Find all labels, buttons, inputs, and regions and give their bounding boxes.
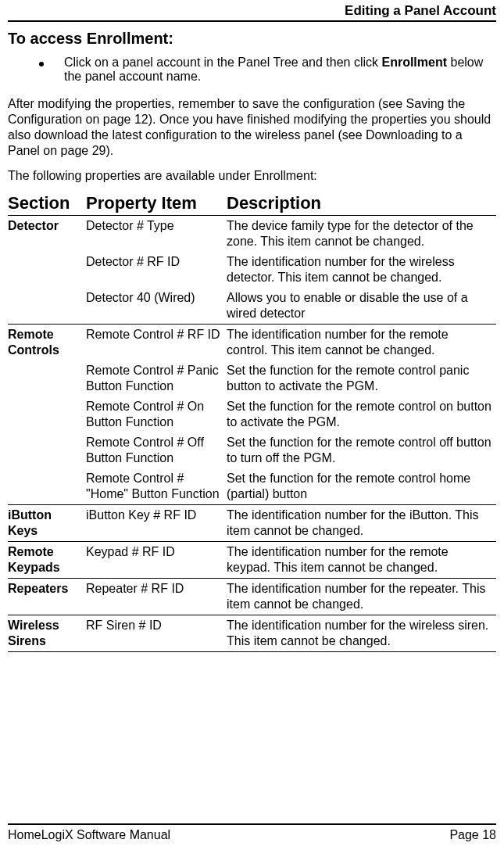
cell-property: Remote Control # Panic Button Function xyxy=(86,360,227,396)
bullet-text: Click on a panel account in the Panel Tr… xyxy=(64,56,496,84)
cell-section xyxy=(8,468,86,505)
cell-desc: The identification number for the wirele… xyxy=(227,615,496,652)
table-row: Remote Controls Remote Control # RF ID T… xyxy=(8,325,496,361)
th-description: Description xyxy=(227,192,496,216)
table-row: Wireless Sirens RF Siren # ID The identi… xyxy=(8,615,496,652)
bullet-icon xyxy=(39,62,44,66)
cell-section: iButton Keys xyxy=(8,505,86,542)
page-header-title: Editing a Panel Account xyxy=(8,3,496,22)
table-row: Remote Control # On Button Function Set … xyxy=(8,396,496,432)
cell-desc: Set the function for the remote control … xyxy=(227,360,496,396)
cell-section xyxy=(8,360,86,396)
th-section: Section xyxy=(8,192,86,216)
table-row: Remote Keypads Keypad # RF ID The identi… xyxy=(8,542,496,579)
paragraph-following-properties: The following properties are available u… xyxy=(8,168,496,184)
cell-desc: The identification number for the remote… xyxy=(227,325,496,361)
cell-property: Detector 40 (Wired) xyxy=(86,288,227,325)
bullet-item: Click on a panel account in the Panel Tr… xyxy=(39,56,496,84)
cell-desc: The identification number for the remote… xyxy=(227,542,496,579)
cell-section: Wireless Sirens xyxy=(8,615,86,652)
cell-section: Repeaters xyxy=(8,579,86,615)
cell-desc: Set the function for the remote control … xyxy=(227,432,496,468)
table-header-row: Section Property Item Description xyxy=(8,192,496,216)
table-row: Remote Control # Panic Button Function S… xyxy=(8,360,496,396)
cell-section: Detector xyxy=(8,216,86,253)
table-row: Repeaters Repeater # RF ID The identific… xyxy=(8,579,496,615)
page-footer: HomeLogiX Software Manual Page 18 xyxy=(8,823,496,842)
table-row: Remote Control # Off Button Function Set… xyxy=(8,432,496,468)
cell-property: Remote Control # RF ID xyxy=(86,325,227,361)
table-row: Detector Detector # Type The device fami… xyxy=(8,216,496,253)
section-heading: To access Enrollment: xyxy=(8,30,496,48)
cell-property: iButton Key # RF ID xyxy=(86,505,227,542)
table-row: Detector # RF ID The identification numb… xyxy=(8,252,496,288)
cell-section: Remote Controls xyxy=(8,325,86,361)
properties-table: Section Property Item Description Detect… xyxy=(8,192,496,652)
cell-property: Repeater # RF ID xyxy=(86,579,227,615)
cell-desc: The identification number for the repeat… xyxy=(227,579,496,615)
cell-section xyxy=(8,288,86,325)
cell-desc: The identification number for the wirele… xyxy=(227,252,496,288)
bullet-text-bold: Enrollment xyxy=(381,56,447,69)
cell-desc: The device family type for the detector … xyxy=(227,216,496,253)
cell-property: Remote Control # On Button Function xyxy=(86,396,227,432)
cell-section xyxy=(8,396,86,432)
table-row: iButton Keys iButton Key # RF ID The ide… xyxy=(8,505,496,542)
footer-left: HomeLogiX Software Manual xyxy=(8,828,170,842)
cell-property: Remote Control # Off Button Function xyxy=(86,432,227,468)
paragraph-save-download: After modifying the properties, remember… xyxy=(8,96,496,159)
cell-property: Detector # Type xyxy=(86,216,227,253)
cell-desc: Set the function for the remote control … xyxy=(227,396,496,432)
cell-property: Keypad # RF ID xyxy=(86,542,227,579)
cell-property: Detector # RF ID xyxy=(86,252,227,288)
cell-property: Remote Control # "Home" Button Function xyxy=(86,468,227,505)
th-property: Property Item xyxy=(86,192,227,216)
table-row: Detector 40 (Wired) Allows you to enable… xyxy=(8,288,496,325)
cell-section: Remote Keypads xyxy=(8,542,86,579)
footer-right: Page 18 xyxy=(449,828,496,842)
cell-desc: Allows you to enable or disable the use … xyxy=(227,288,496,325)
cell-section xyxy=(8,252,86,288)
table-row: Remote Control # "Home" Button Function … xyxy=(8,468,496,505)
cell-desc: Set the function for the remote control … xyxy=(227,468,496,505)
cell-property: RF Siren # ID xyxy=(86,615,227,652)
cell-section xyxy=(8,432,86,468)
cell-desc: The identification number for the iButto… xyxy=(227,505,496,542)
bullet-text-pre: Click on a panel account in the Panel Tr… xyxy=(64,56,381,69)
